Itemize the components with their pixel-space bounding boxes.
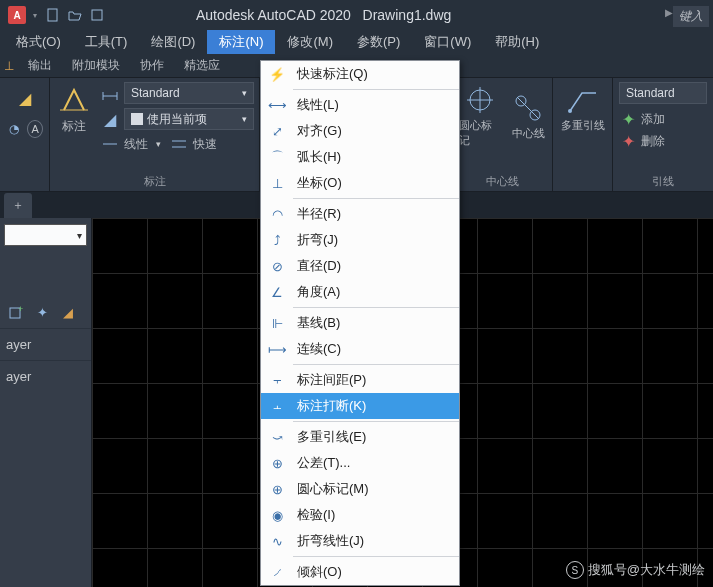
ribbon-tab[interactable]: 精选应 [174,53,230,78]
menu-item[interactable]: ⟷线性(L) [261,92,459,118]
dim-style-icon[interactable] [100,83,120,103]
quick-label[interactable]: 快速 [193,136,217,153]
menu-item-label: 标注打断(K) [297,397,366,415]
play-icon[interactable]: ▶ [665,7,673,18]
ribbon-tab[interactable]: 附加模块 [62,53,130,78]
menu-item-label: 对齐(G) [297,122,342,140]
svg-rect-0 [48,9,57,21]
menu-item[interactable]: ⚡快速标注(Q) [261,61,459,87]
center-mark-icon[interactable] [462,82,498,118]
quick-dim-icon[interactable] [169,134,189,154]
menu-标注[interactable]: 标注(N) [207,30,275,54]
menu-item-icon: ◠ [265,204,289,224]
sohu-logo-icon: S [566,561,584,579]
dim-style-combo[interactable]: Standard▾ [124,82,254,104]
dimension-icon[interactable] [56,82,92,118]
letter-a-icon[interactable]: A [27,120,43,138]
svg-text:+: + [18,304,23,314]
new-icon[interactable] [46,8,60,22]
menu-格式[interactable]: 格式(O) [4,30,73,54]
menu-帮助[interactable]: 帮助(H) [483,30,551,54]
menu-item[interactable]: ◉检验(I) [261,502,459,528]
menu-item-icon: ⌒ [265,147,289,167]
keyboard-hint: 键入 [673,6,709,27]
menu-item[interactable]: ∠角度(A) [261,279,459,305]
menu-item-icon: ⟷ [265,95,289,115]
match-layer-icon[interactable]: ◔ [6,120,21,138]
menu-item[interactable]: ⊘直径(D) [261,253,459,279]
ribbon-tab[interactable]: 输出 [18,53,62,78]
freeze-layer-icon[interactable]: ✦ [32,302,52,322]
titlebar: A ▾ Autodesk AutoCAD 2020 Drawing1.dwg ▶… [0,0,713,30]
menu-item-icon: ⤻ [265,427,289,447]
save-icon[interactable] [90,8,104,22]
menu-item-icon: ⊕ [265,453,289,473]
menu-item-icon: ⫠ [265,396,289,416]
menu-item[interactable]: ⤴折弯(J) [261,227,459,253]
svg-point-15 [568,109,572,113]
menu-item-icon: ∠ [265,282,289,302]
menu-item-label: 折弯(J) [297,231,338,249]
mleader-icon[interactable] [565,82,601,118]
menu-item[interactable]: ◠半径(R) [261,201,459,227]
menu-item[interactable]: ⊥坐标(O) [261,170,459,196]
menu-item[interactable]: ⟋倾斜(O) [261,559,459,585]
new-drawing-tab[interactable]: ＋ [4,193,32,218]
menu-item[interactable]: ⌒弧长(H) [261,144,459,170]
menu-item-icon: ⤴ [265,230,289,250]
new-layer-icon[interactable]: + [6,302,26,322]
app-title: Autodesk AutoCAD 2020 Drawing1.dwg [196,7,451,23]
app-logo[interactable]: A [8,6,26,24]
menu-item-label: 多重引线(E) [297,428,366,446]
use-current-combo[interactable]: 使用当前项▾ [124,108,254,130]
menu-item[interactable]: ∿折弯线性(J) [261,528,459,554]
layer-item[interactable]: ayer [0,328,91,360]
menu-item-label: 基线(B) [297,314,340,332]
menu-item-label: 折弯线性(J) [297,532,364,550]
menu-item[interactable]: ⟼连续(C) [261,336,459,362]
layer-states-icon[interactable]: ◢ [58,302,78,322]
watermark: S 搜狐号@大水牛测绘 [566,561,705,579]
svg-line-14 [517,97,539,119]
svg-rect-1 [92,10,102,20]
ribbon-tab[interactable]: 协作 [130,53,174,78]
add-leader-icon[interactable]: ✦ [619,110,637,128]
menu-item-icon: ⊥ [265,173,289,193]
qat-icons [44,8,106,22]
menu-item[interactable]: ⤢对齐(G) [261,118,459,144]
menu-item-label: 快速标注(Q) [297,65,368,83]
remove-leader-icon[interactable]: ✦ [619,132,637,150]
menu-item[interactable]: ⊕圆心标记(M) [261,476,459,502]
menu-item[interactable]: ⊕公差(T)... [261,450,459,476]
layer-item[interactable]: ayer [0,360,91,392]
sidebar-combo[interactable]: ▾ [4,224,87,246]
menu-item-icon: ⟋ [265,562,289,582]
menu-工具[interactable]: 工具(T) [73,30,140,54]
layer-properties-button[interactable]: ◢ [6,82,43,114]
linear-label[interactable]: 线性 [124,136,148,153]
centerline-icon[interactable] [510,90,546,126]
menu-item[interactable]: ⤻多重引线(E) [261,424,459,450]
menu-item-icon: ⤢ [265,121,289,141]
dimension-menu: ⚡快速标注(Q)⟷线性(L)⤢对齐(G)⌒弧长(H)⊥坐标(O)◠半径(R)⤴折… [260,60,460,586]
menu-item-label: 圆心标记(M) [297,480,369,498]
menu-窗口[interactable]: 窗口(W) [412,30,483,54]
linear-dim-icon[interactable] [100,134,120,154]
mleader-style-combo[interactable]: Standard [619,82,707,104]
menu-item-icon: ⫟ [265,370,289,390]
menu-item-label: 直径(D) [297,257,341,275]
menu-item-label: 标注间距(P) [297,371,366,389]
dim-layer-icon[interactable]: ◢ [100,109,120,129]
menu-参数[interactable]: 参数(P) [345,30,412,54]
qat-dropdown-icon[interactable]: ▾ [33,11,37,20]
menu-item-label: 线性(L) [297,96,339,114]
menu-修改[interactable]: 修改(M) [275,30,345,54]
menu-item-label: 连续(C) [297,340,341,358]
open-icon[interactable] [68,8,82,22]
menu-item[interactable]: ⫟标注间距(P) [261,367,459,393]
menu-item[interactable]: ⫠标注打断(K) [261,393,459,419]
menu-item[interactable]: ⊩基线(B) [261,310,459,336]
menu-绘图[interactable]: 绘图(D) [139,30,207,54]
menu-item-icon: ⟼ [265,339,289,359]
menu-item-icon: ⊕ [265,479,289,499]
